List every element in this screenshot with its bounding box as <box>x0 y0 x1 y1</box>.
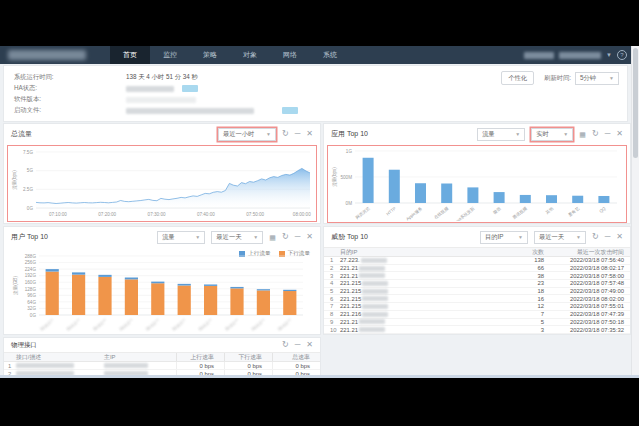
svg-text:224G: 224G <box>25 267 37 272</box>
table-view-icon[interactable]: ▦ <box>579 131 586 138</box>
scrollbar-thumb[interactable] <box>633 48 638 158</box>
svg-text:96G: 96G <box>27 293 36 298</box>
user-top10-panel: 用户 Top 10 流量 ▼ 最近一天 ▼ ▦ ↻ ─ ✕ 上行流量下行流量 0… <box>4 227 320 334</box>
threat-table-rows: 127.223.1382022/03/18 07:56:402221.21662… <box>324 257 630 334</box>
ip-redacted <box>359 319 385 324</box>
table-row[interactable]: 4221.215232022/03/18 07:57:48 <box>324 280 630 288</box>
up-rate-cell: 0 bps <box>176 362 224 369</box>
col-main-ip: 主IP <box>104 353 176 362</box>
table-row[interactable]: 6221.215162022/03/18 08:02:00 <box>324 295 630 303</box>
dashboard-controls: 个性化 刷新时间: 5分钟 ▼ <box>501 71 619 85</box>
attack-count: 12 <box>512 303 544 309</box>
minimize-icon[interactable]: ─ <box>605 130 611 138</box>
account-name-redacted[interactable] <box>559 52 601 59</box>
vertical-scrollbar[interactable] <box>631 46 639 378</box>
nav-tab[interactable]: 对象 <box>230 46 270 64</box>
ip-redacted <box>362 289 388 294</box>
nav-tab[interactable]: 网络 <box>270 46 310 64</box>
close-icon[interactable]: ✕ <box>306 130 313 138</box>
close-icon[interactable]: ✕ <box>616 130 623 138</box>
table-row[interactable]: 8221.21672022/03/18 07:47:39 <box>324 311 630 319</box>
table-row[interactable]: 10 bps0 bps0 bps <box>4 362 320 370</box>
chevron-down-icon: ▼ <box>518 234 523 240</box>
metric-select[interactable]: 流量 ▼ <box>157 231 205 244</box>
refresh-icon[interactable]: ↻ <box>282 341 289 349</box>
ip-prefix: 221.215 <box>340 303 361 309</box>
chevron-down-icon: ▼ <box>195 234 200 240</box>
refresh-icon[interactable]: ↻ <box>592 233 599 241</box>
time-range-select[interactable]: 最近一天 ▼ <box>534 231 586 244</box>
svg-text:网页浏览: 网页浏览 <box>354 205 371 220</box>
row-rank: 5 <box>330 288 340 294</box>
user-top10-stacked-bar-chart: 0G32G64G96G128G160G192G224G256G288G流量(GB… <box>9 250 313 332</box>
ip-redacted <box>359 273 385 278</box>
metric-select[interactable]: 目的IP ▼ <box>480 231 528 244</box>
time-range-select[interactable]: 最近一小时 ▼ <box>218 128 276 141</box>
table-row[interactable]: 10221.2132022/03/18 07:35:32 <box>324 326 630 334</box>
svg-text:流量(bps): 流量(bps) <box>332 167 338 187</box>
svg-text:Apple服务: Apple服务 <box>405 206 423 221</box>
table-view-icon[interactable]: ▦ <box>269 234 276 241</box>
refresh-interval-select[interactable]: 5分钟 ▼ <box>575 72 619 85</box>
ha-status-row: HA状态: <box>14 83 298 94</box>
table-row[interactable]: 127.223.1382022/03/18 07:56:40 <box>324 257 630 265</box>
down-rate-cell: 0 bps <box>224 362 272 369</box>
refresh-time-label: 刷新时间: <box>544 74 571 83</box>
attack-count: 66 <box>512 265 544 271</box>
svg-text:07:50:00: 07:50:00 <box>246 212 264 217</box>
total-traffic-header: 总流量 最近一小时 ▼ ↻ ─ ✕ <box>4 124 320 144</box>
svg-text:流量(bps): 流量(bps) <box>12 170 18 190</box>
svg-text:腾讯视频: 腾讯视频 <box>512 205 530 221</box>
time-range-select[interactable]: 实时 ▼ <box>531 128 573 141</box>
last-attack-time: 2022/03/18 07:57:48 <box>544 280 624 286</box>
interface-name-cell <box>16 363 104 369</box>
svg-text:10.4.2.**: 10.4.2.** <box>197 318 213 332</box>
app-top10-panel: 应用 Top 10 流量 ▼ 实时 ▼ ▦ ↻ ─ ✕ 0M500M1G流量(b… <box>324 124 630 223</box>
nav-tab[interactable]: 策略 <box>190 46 230 64</box>
interfaces-header: 物理接口 ↻ ─ ✕ <box>4 338 320 352</box>
dashboard-screen: 首页监控策略对象网络系统 ▼ ? 系统运行时间: 138 天 4 小时 51 分… <box>0 46 639 378</box>
minimize-icon[interactable]: ─ <box>295 233 301 241</box>
personalize-button[interactable]: 个性化 <box>501 71 534 85</box>
close-icon[interactable]: ✕ <box>306 341 313 349</box>
svg-text:10.4.2.**: 10.4.2.** <box>39 318 55 332</box>
help-icon[interactable]: ? <box>617 50 627 60</box>
svg-text:2.5G: 2.5G <box>23 187 33 192</box>
version-value-redacted <box>126 97 196 103</box>
refresh-icon[interactable]: ↻ <box>282 130 289 138</box>
refresh-icon[interactable]: ↻ <box>592 130 599 138</box>
row-rank: 9 <box>330 319 340 325</box>
table-row[interactable]: 2221.21662022/03/18 08:02:17 <box>324 265 630 273</box>
attack-count: 138 <box>512 257 544 263</box>
ip-prefix: 221.21 <box>340 327 358 333</box>
table-row[interactable]: 3221.21382022/03/18 07:58:00 <box>324 272 630 280</box>
close-icon[interactable]: ✕ <box>616 233 623 241</box>
chevron-down-icon: ▼ <box>563 131 568 137</box>
svg-text:07:30:00: 07:30:00 <box>148 212 166 217</box>
dest-ip-cell: 221.215 <box>340 303 512 309</box>
dest-ip-cell: 221.215 <box>340 296 512 302</box>
svg-text:0G: 0G <box>27 206 34 211</box>
table-row[interactable]: 9221.2152022/03/18 07:50:18 <box>324 319 630 327</box>
version-row: 软件版本: <box>14 94 298 105</box>
ha-status-badge <box>182 85 198 92</box>
row-rank: 6 <box>330 296 340 302</box>
table-row[interactable]: 5221.215182022/03/18 07:49:00 <box>324 288 630 296</box>
refresh-icon[interactable]: ↻ <box>282 233 289 241</box>
nav-tab[interactable]: 监控 <box>150 46 190 64</box>
close-icon[interactable]: ✕ <box>306 233 313 241</box>
minimize-icon[interactable]: ─ <box>295 341 301 349</box>
svg-text:10.4.2.**: 10.4.2.** <box>171 318 187 332</box>
minimize-icon[interactable]: ─ <box>295 130 301 138</box>
chevron-down-icon[interactable]: ▼ <box>606 52 612 58</box>
metric-select[interactable]: 流量 ▼ <box>477 128 525 141</box>
interfaces-table-header: 接口/描述 主IP 上行速率 下行速率 总速率 <box>4 352 320 362</box>
nav-tab[interactable]: 系统 <box>310 46 350 64</box>
svg-text:07:40:00: 07:40:00 <box>197 212 215 217</box>
table-row[interactable]: 7221.215122022/03/18 07:55:01 <box>324 303 630 311</box>
minimize-icon[interactable]: ─ <box>605 233 611 241</box>
time-range-select[interactable]: 最近一天 ▼ <box>211 231 263 244</box>
svg-text:10.4.2.**: 10.4.2.** <box>145 318 161 332</box>
nav-tab[interactable]: 首页 <box>110 46 150 64</box>
svg-text:5G: 5G <box>27 168 34 173</box>
